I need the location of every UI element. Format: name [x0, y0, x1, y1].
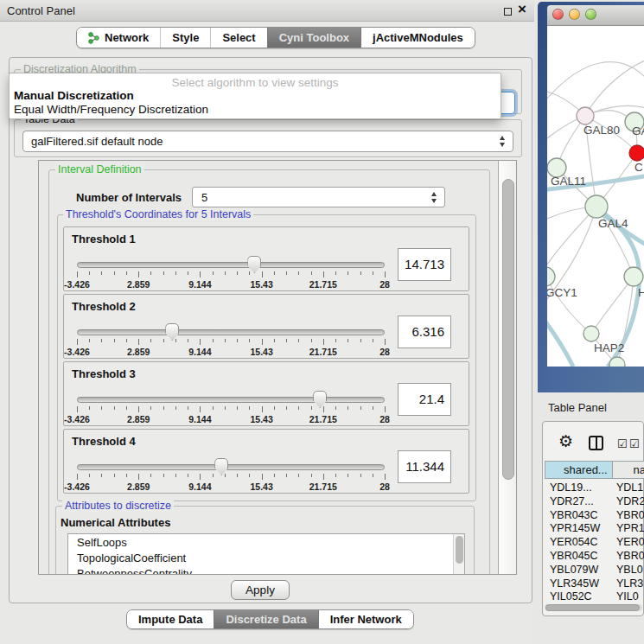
zoom-traffic-light-icon[interactable] — [585, 9, 596, 20]
table-row[interactable]: YBL079WYBL0 — [545, 564, 644, 577]
slider-tick — [150, 474, 151, 477]
slider-tick — [126, 271, 127, 275]
slider-track[interactable] — [77, 329, 385, 335]
slider-tick — [311, 339, 312, 342]
table-row[interactable]: YPR145WYPR1 — [545, 522, 644, 536]
slider-tick — [373, 474, 373, 477]
threshold-value-field[interactable]: 21.4 — [398, 383, 451, 416]
list-scrollbar-thumb[interactable] — [456, 536, 463, 564]
algorithm-option[interactable]: Manual Discretization — [14, 89, 134, 102]
slider-tick-label: 21.715 — [309, 481, 337, 492]
minimize-traffic-light-icon[interactable] — [569, 9, 580, 20]
slider-tick — [114, 339, 115, 342]
tab-jactivemnodules[interactable]: jActiveMNodules — [360, 28, 475, 48]
network-node-GAL4[interactable] — [585, 195, 608, 218]
table-row[interactable]: YDL19...YDL1 — [545, 481, 644, 495]
float-window-icon[interactable] — [504, 8, 512, 16]
slider-tick — [138, 339, 139, 345]
slider-tick — [237, 474, 238, 477]
list-item[interactable]: SelfLoops — [68, 534, 464, 550]
apply-button[interactable]: Apply — [231, 580, 290, 600]
table-row[interactable]: YER054CYER0 — [545, 536, 644, 550]
slider-tick — [237, 271, 238, 275]
slider-tick — [237, 339, 238, 342]
numerical-attributes-list[interactable]: SelfLoopsTopologicalCoefficientBetweenne… — [67, 533, 465, 575]
slider-track[interactable] — [77, 464, 385, 470]
threshold-label: Threshold 2 — [72, 300, 136, 313]
checkbox-icon[interactable]: ☑ — [617, 437, 628, 450]
slider-tick — [225, 474, 226, 477]
table-row[interactable]: YBR043CYBR0 — [545, 509, 644, 523]
slider-thumb[interactable] — [165, 323, 179, 341]
slider-tick — [360, 339, 361, 342]
slider-tick — [163, 474, 164, 477]
close-traffic-light-icon[interactable] — [552, 9, 564, 20]
slider-thumb[interactable] — [214, 458, 228, 475]
table-row[interactable]: YDR27...YDR2 — [545, 495, 644, 509]
slider-tick-label: 15.43 — [250, 414, 272, 424]
network-window-titlebar — [547, 5, 644, 26]
network-node-HAP2[interactable] — [583, 326, 599, 341]
table-data-combobox[interactable]: galFiltered.sif default node — [22, 131, 513, 152]
slider-tick — [323, 474, 324, 480]
column-header-shared-name[interactable]: shared... — [545, 461, 613, 479]
attribute-items: SelfLoopsTopologicalCoefficientBetweenne… — [68, 534, 464, 575]
tab-select[interactable]: Select — [210, 28, 266, 48]
attributes-legend: Attributes to discretize — [62, 500, 174, 512]
table-horizontal-scrollbar[interactable] — [545, 604, 642, 611]
viewport-scrollbar-thumb[interactable] — [502, 179, 514, 480]
slider-track[interactable] — [77, 262, 385, 268]
bottom-tab-impute-data[interactable]: Impute Data — [127, 610, 214, 628]
slider-tick — [335, 271, 336, 275]
threshold-value-field[interactable]: 11.344 — [398, 450, 451, 483]
node-label-GAL-right: GA — [632, 124, 644, 137]
network-node-GCY1[interactable] — [547, 267, 555, 286]
table-row[interactable]: YLR345WYLR3 — [545, 577, 644, 591]
network-canvas[interactable]: GAL80GACGAL11GAL4GCY1HHAP2 — [547, 26, 644, 367]
table-hscrollbar-thumb[interactable] — [545, 604, 640, 611]
slider-tick — [126, 406, 127, 410]
network-node-H-node[interactable] — [624, 267, 643, 286]
columns-icon[interactable] — [589, 436, 603, 450]
number-of-intervals-label: Number of Intervals — [76, 191, 182, 204]
spinner-arrows-icon — [431, 192, 437, 203]
slider-tick — [311, 474, 312, 477]
tab-style[interactable]: Style — [160, 28, 210, 48]
algorithm-hint: Select algorithm to view settings — [10, 76, 501, 89]
slider-tick — [225, 339, 226, 342]
control-panel: Control Panel × NetworkStyleSelectCyni T… — [0, 0, 534, 644]
column-header-name[interactable]: na — [613, 461, 644, 479]
network-node-red-node[interactable] — [629, 145, 644, 161]
slider-thumb[interactable] — [313, 391, 327, 408]
gear-icon[interactable]: ⚙ — [558, 433, 573, 450]
slider-tick-label: 21.715 — [309, 414, 337, 424]
tab-label: Style — [172, 31, 199, 44]
intervals-value: 5 — [201, 191, 207, 204]
viewport-scrollbar[interactable] — [498, 161, 517, 574]
checkbox-icon[interactable]: ☑ — [629, 437, 640, 450]
slider-tick — [249, 271, 250, 275]
threshold-value-field[interactable]: 14.713 — [398, 248, 451, 281]
threshold-value-field[interactable]: 6.316 — [398, 316, 451, 348]
list-item[interactable]: BetweennessCentrality — [68, 565, 464, 575]
tab-network[interactable]: Network — [77, 28, 160, 48]
tab-cyni-toolbox[interactable]: Cyni Toolbox — [267, 28, 360, 48]
table-row[interactable]: YBR045CYBR0 — [545, 550, 644, 564]
slider-track[interactable] — [77, 397, 385, 403]
slider-tick — [323, 339, 324, 345]
node-label-red-node: C — [634, 161, 643, 174]
close-icon[interactable]: × — [518, 1, 526, 18]
list-scrollbar[interactable] — [453, 534, 464, 574]
node-label-GCY1: GCY1 — [547, 286, 577, 299]
list-item[interactable]: TopologicalCoefficient — [68, 550, 464, 565]
bottom-tab-infer-network[interactable]: Infer Network — [318, 610, 413, 628]
bottom-tab-discretize-data[interactable]: Discretize Data — [214, 610, 317, 628]
algorithm-option[interactable]: Equal Width/Frequency Discretization — [14, 103, 208, 116]
slider-tick — [385, 339, 386, 345]
network-node-GAL80[interactable] — [577, 107, 594, 124]
slider-tick-label: 15.43 — [250, 279, 272, 290]
slider-thumb[interactable] — [247, 256, 261, 273]
number-of-intervals-spinner[interactable]: 5 — [192, 187, 445, 207]
table-row[interactable]: YIL052CYIL0 — [545, 590, 644, 601]
interval-definition-legend: Interval Definition — [55, 163, 144, 175]
